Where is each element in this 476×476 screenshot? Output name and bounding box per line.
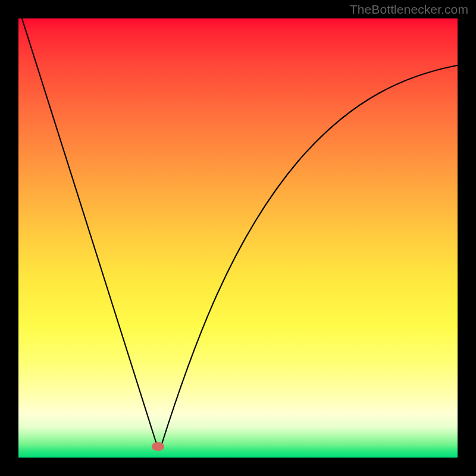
- watermark-text: TheBottlenecker.com: [350, 2, 468, 17]
- plot-area: [18, 18, 458, 458]
- chart-frame: TheBottlenecker.com: [0, 0, 476, 476]
- bottleneck-curve: [21, 18, 458, 448]
- minimum-marker: [152, 442, 164, 451]
- curve-layer: [18, 18, 458, 458]
